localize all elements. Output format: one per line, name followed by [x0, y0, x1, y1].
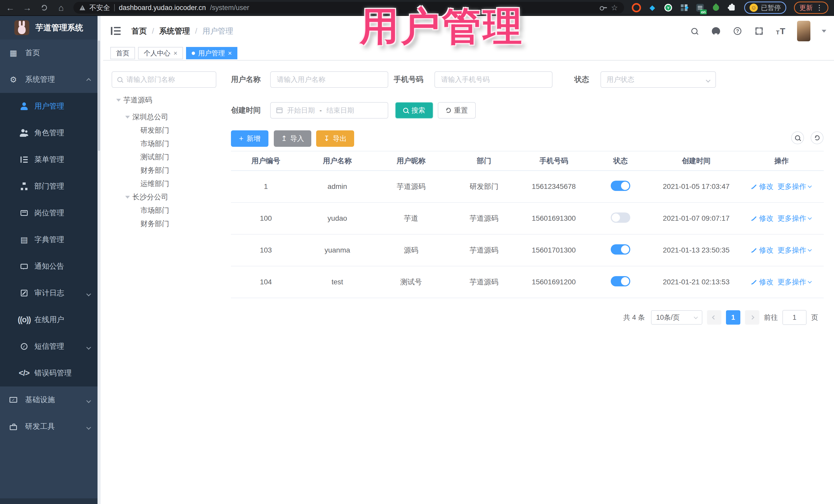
help-icon[interactable]: ? [732, 26, 743, 36]
status-select[interactable]: 用户状态 [600, 71, 716, 88]
tree-node-root[interactable]: 芋道源码 [112, 93, 219, 107]
sidebar-item-audit-log[interactable]: 审计日志 [0, 280, 97, 306]
current-page-button[interactable]: 1 [726, 310, 740, 325]
sidebar-item-menu-mgmt[interactable]: 菜单管理 [0, 146, 97, 173]
mobile-label: 手机号码 [394, 71, 423, 88]
kebab-menu-icon[interactable]: ⋮ [816, 4, 823, 11]
more-actions-link[interactable]: 更多操作 [777, 182, 811, 192]
fullscreen-icon[interactable] [754, 26, 764, 36]
next-page-button[interactable] [745, 310, 759, 325]
app-logo[interactable]: 芋道管理系统 [0, 16, 101, 40]
sidebar-item-error-code[interactable]: </> 错误码管理 [0, 360, 97, 387]
monitor-icon: ✓ [9, 395, 18, 404]
tab-profile[interactable]: 个人中心 × [138, 47, 183, 59]
mobile-input[interactable] [435, 71, 552, 88]
add-button[interactable]: + 新增 [231, 130, 268, 147]
tree-node[interactable]: 研发部门 [112, 124, 219, 137]
sidebar-item-home[interactable]: ▦ 首页 [0, 40, 97, 66]
back-icon[interactable]: ← [6, 3, 15, 12]
sidebar-item-role-mgmt[interactable]: 角色管理 [0, 119, 97, 146]
extension-on-badge: on [700, 9, 707, 14]
status-toggle[interactable] [611, 181, 630, 191]
tree-caret-icon[interactable] [125, 196, 130, 199]
update-label: 更新 [799, 3, 813, 12]
edit-log-icon [20, 288, 29, 298]
tree-caret-icon[interactable] [116, 99, 121, 102]
edit-link[interactable]: 修改 [752, 214, 773, 223]
more-actions-link[interactable]: 更多操作 [777, 277, 811, 287]
hamburger-icon[interactable] [111, 27, 121, 35]
tree-node[interactable]: 市场部门 [112, 204, 219, 217]
edit-link[interactable]: 修改 [752, 277, 773, 287]
users-icon [20, 128, 29, 137]
browser-update-button[interactable]: 更新 ⋮ [794, 2, 828, 14]
breadcrumb-home[interactable]: 首页 [131, 26, 147, 37]
extension-puzzle-icon[interactable] [727, 3, 737, 12]
sidebar-item-system[interactable]: ⚙ 系统管理 [0, 66, 97, 93]
status-toggle[interactable] [611, 276, 630, 286]
sidebar-collapse-bar[interactable] [0, 498, 97, 504]
sidebar-item-dept-mgmt[interactable]: 部门管理 [0, 173, 97, 200]
extension-green-circle-icon[interactable]: Y [664, 3, 673, 12]
tree-caret-icon[interactable] [125, 116, 130, 118]
sidebar-item-notice[interactable]: 通知公告 [0, 253, 97, 280]
table-search-toggle-button[interactable] [791, 131, 804, 144]
sidebar-item-sms-mgmt[interactable]: ✓ 短信管理 [0, 333, 97, 360]
more-actions-link[interactable]: 更多操作 [777, 245, 811, 255]
sidebar-item-dict-mgmt[interactable]: ▤ 字典管理 [0, 226, 97, 253]
page-size-select[interactable]: 10条/页 [651, 310, 702, 325]
avatar-caret-icon[interactable] [822, 30, 826, 32]
date-range-input[interactable]: 开始日期 - 结束日期 [270, 102, 388, 118]
goto-page-input[interactable] [783, 310, 807, 325]
sidebar-item-user-mgmt[interactable]: 用户管理 [0, 93, 97, 119]
browser-profile-chip[interactable]: ☺ 已暂停 [744, 2, 786, 14]
close-icon[interactable]: × [174, 50, 177, 57]
search-icon [795, 135, 800, 140]
prev-page-button[interactable] [707, 310, 721, 325]
extension-orange-ring-icon[interactable] [632, 3, 641, 12]
extension-grid-icon[interactable] [680, 3, 689, 12]
edit-link[interactable]: 修改 [752, 245, 773, 255]
sidebar-item-infrastructure[interactable]: ✓ 基础设施 [0, 387, 97, 413]
tree-node[interactable]: 财务部门 [112, 217, 219, 231]
bookmark-star-icon[interactable]: ☆ [611, 4, 618, 12]
sidebar-scrollbar[interactable] [97, 16, 101, 504]
status-toggle[interactable] [611, 244, 630, 255]
dept-search-input[interactable]: 请输入部门名称 [112, 71, 216, 88]
tree-node[interactable]: 财务部门 [112, 164, 219, 177]
status-toggle[interactable] [611, 213, 630, 223]
username-input[interactable] [270, 71, 388, 88]
breadcrumb-system[interactable]: 系统管理 [159, 26, 190, 37]
sidebar-item-dev-tools[interactable]: 研发工具 [0, 413, 97, 440]
tree-node[interactable]: 市场部门 [112, 137, 219, 150]
table-refresh-button[interactable] [811, 131, 824, 144]
url-bar[interactable]: 不安全 dashboard.yudao.iocoder.cn /system/u… [73, 2, 624, 14]
chevron-down-icon [87, 289, 90, 298]
sidebar-item-post-mgmt[interactable]: 岗位管理 [0, 200, 97, 226]
tab-home[interactable]: 首页 [110, 47, 135, 59]
close-icon[interactable]: × [228, 50, 232, 57]
import-button[interactable]: ↥ 导入 [274, 130, 311, 147]
extension-leaf-icon[interactable] [711, 3, 721, 12]
sidebar-item-online-users[interactable]: ((o)) 在线用户 [0, 306, 97, 333]
search-button[interactable]: 搜索 [395, 102, 433, 118]
search-icon[interactable] [689, 26, 700, 36]
edit-link[interactable]: 修改 [752, 182, 773, 192]
tab-user-mgmt[interactable]: 用户管理 × [186, 47, 237, 59]
tree-node[interactable]: 深圳总公司 [112, 110, 219, 124]
reload-icon[interactable] [40, 3, 49, 12]
more-actions-link[interactable]: 更多操作 [777, 214, 811, 223]
tree-node[interactable]: 长沙分公司 [112, 191, 219, 204]
tree-node[interactable]: 运维部门 [112, 177, 219, 191]
font-size-icon[interactable]: TT [775, 26, 786, 36]
github-icon[interactable] [711, 26, 721, 36]
extension-list-icon[interactable]: on [696, 3, 705, 12]
extension-blue-gem-icon[interactable]: ◆ [648, 3, 657, 12]
export-button[interactable]: ↧ 导出 [316, 130, 354, 147]
tree-node[interactable]: 测试部门 [112, 150, 219, 164]
home-icon[interactable]: ⌂ [57, 3, 66, 12]
key-icon[interactable] [600, 6, 607, 9]
reset-button[interactable]: 重置 [438, 102, 476, 118]
forward-icon[interactable]: → [23, 3, 32, 12]
user-avatar[interactable] [797, 21, 810, 41]
